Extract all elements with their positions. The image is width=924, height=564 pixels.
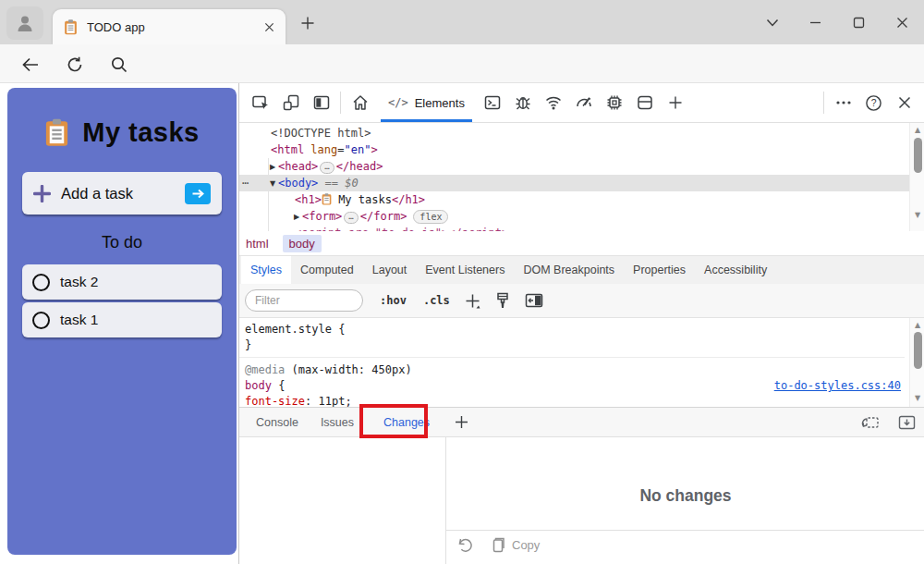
tab-elements[interactable]: </> Elements <box>375 83 478 122</box>
customize-devtools-dots-icon[interactable] <box>828 83 858 122</box>
refresh-icon[interactable] <box>63 55 87 75</box>
dock-drawer-icon[interactable] <box>898 415 916 430</box>
expand-arrow-icon[interactable]: ▶ <box>267 159 278 176</box>
scroll-up-icon[interactable]: ▲ <box>910 321 924 329</box>
dom-scrollbar[interactable]: ▲ ▼ <box>909 123 924 231</box>
dom-line-head[interactable]: ▶<head>…</head> <box>239 158 924 175</box>
scrollbar-thumb[interactable] <box>914 332 922 369</box>
drawer-tab-bar: Console Issues Changes <box>239 407 924 437</box>
help-icon[interactable]: ? <box>858 83 889 122</box>
browser-tab[interactable]: TODO app <box>53 9 286 44</box>
tab-search-chevron-icon[interactable] <box>750 0 794 44</box>
dom-line-script-clipped[interactable]: <script src="to-do.js"></script> <box>239 225 924 231</box>
tab-accessibility[interactable]: Accessibility <box>695 256 776 284</box>
tab-close-icon[interactable] <box>264 22 274 32</box>
dom-line-form[interactable]: ▶<form>…</form>flex <box>239 208 924 225</box>
todo-section-title: To do <box>7 233 237 252</box>
tab-changes[interactable]: Changes <box>372 416 441 429</box>
expand-arrow-icon[interactable]: ▶ <box>291 209 302 226</box>
task-checkbox[interactable] <box>32 274 50 291</box>
console-icon[interactable] <box>478 83 508 122</box>
tab-layout[interactable]: Layout <box>363 256 417 284</box>
tab-dom-breakpoints[interactable]: DOM Breakpoints <box>514 256 624 284</box>
brush-rendering-icon[interactable] <box>495 292 510 310</box>
css-body-rule[interactable]: body { <box>245 378 285 394</box>
dom-line-body-selected[interactable]: ⋯▼<body> == $0 <box>239 175 924 191</box>
task-item[interactable]: task 1 <box>22 302 222 337</box>
maximize-icon[interactable] <box>837 0 881 44</box>
dom-line-html[interactable]: <html lang="en"> <box>239 141 924 158</box>
debugger-bug-icon[interactable] <box>508 83 539 122</box>
new-tab-button[interactable] <box>298 13 318 33</box>
toggle-classes[interactable]: .cls <box>423 294 450 307</box>
copy-icon[interactable] <box>492 537 505 553</box>
back-icon[interactable] <box>18 55 43 75</box>
task-checkbox[interactable] <box>32 312 50 329</box>
application-icon[interactable] <box>630 83 661 122</box>
close-window-icon[interactable] <box>881 0 924 44</box>
tab-console[interactable]: Console <box>245 416 310 429</box>
css-element-style-close[interactable]: } <box>245 337 251 353</box>
home-icon[interactable] <box>345 83 375 122</box>
changes-panel: No changes Copy <box>239 437 924 564</box>
scroll-up-icon[interactable]: ▲ <box>910 126 924 134</box>
crumb-body[interactable]: body <box>283 235 322 252</box>
rule-divider <box>239 357 905 358</box>
memory-chip-icon[interactable] <box>600 83 630 122</box>
styles-scrollbar[interactable]: ▲ ▼ <box>909 318 924 407</box>
tab-event-listeners[interactable]: Event Listeners <box>416 256 514 284</box>
styles-toolbar: :hov .cls <box>239 284 924 318</box>
flex-badge[interactable]: flex <box>413 210 448 224</box>
todo-app-panel: My tasks Add a task To do task 2 <box>7 88 237 555</box>
stylesheet-link[interactable]: to-do-styles.css:40 <box>774 378 901 394</box>
devtools-panel: </> Elements <box>238 83 924 564</box>
network-wifi-icon[interactable] <box>539 83 569 122</box>
search-icon[interactable] <box>107 55 131 75</box>
profile-avatar[interactable] <box>6 6 43 40</box>
more-tools-plus-icon[interactable] <box>661 83 691 122</box>
collapse-arrow-icon[interactable]: ▼ <box>267 176 278 192</box>
submit-task-button[interactable] <box>185 183 211 204</box>
revert-changes-icon[interactable] <box>861 415 880 430</box>
toggle-hover-state[interactable]: :hov <box>380 294 407 307</box>
tab-styles[interactable]: Styles <box>241 256 291 284</box>
performance-icon[interactable] <box>569 83 600 122</box>
tab-computed[interactable]: Computed <box>291 256 363 284</box>
tab-title: TODO app <box>87 20 264 34</box>
css-font-size-declaration[interactable]: font-size: 11pt; <box>245 394 352 407</box>
task-label: task 1 <box>60 312 98 328</box>
undo-icon[interactable] <box>457 537 473 552</box>
active-tab-underline <box>381 119 472 123</box>
tab-properties[interactable]: Properties <box>624 256 695 284</box>
inspect-element-icon[interactable] <box>245 83 275 122</box>
toolbar-divider <box>823 92 824 114</box>
app-header: My tasks <box>7 88 237 148</box>
scroll-down-icon[interactable]: ▼ <box>910 394 924 402</box>
expand-ellipsis-button[interactable]: … <box>320 162 334 174</box>
styles-filter-input[interactable] <box>245 289 363 312</box>
scrollbar-thumb[interactable] <box>914 138 922 173</box>
row-menu-dots-icon[interactable]: ⋯ <box>242 175 249 191</box>
dom-line-doctype[interactable]: <!DOCTYPE html> <box>239 125 924 141</box>
tab-issues[interactable]: Issues <box>310 416 365 429</box>
add-task-input[interactable]: Add a task <box>22 172 222 215</box>
css-media-query[interactable]: @media (max-width: 450px) <box>245 362 412 378</box>
breadcrumb: html body <box>239 231 924 255</box>
minimize-icon[interactable] <box>794 0 837 44</box>
new-style-rule-plus-icon[interactable] <box>465 293 480 309</box>
browser-window: TODO app <box>0 0 924 564</box>
more-drawer-tabs-plus-icon[interactable] <box>446 403 477 442</box>
add-task-label: Add a task <box>61 185 185 202</box>
copy-button-label[interactable]: Copy <box>512 538 540 552</box>
task-item[interactable]: task 2 <box>22 264 222 300</box>
device-emulation-icon[interactable] <box>275 83 306 122</box>
dom-line-h1[interactable]: <h1> My tasks</h1> <box>239 191 924 208</box>
scroll-down-icon[interactable]: ▼ <box>910 211 924 219</box>
css-element-style[interactable]: element.style { <box>245 322 345 337</box>
clipboard-mini-icon <box>322 193 332 205</box>
toggle-styles-sidebar-icon[interactable] <box>525 293 543 308</box>
expand-ellipsis-button[interactable]: … <box>344 212 358 224</box>
close-devtools-icon[interactable] <box>889 83 919 122</box>
crumb-html[interactable]: html <box>239 235 275 252</box>
dock-side-icon[interactable] <box>306 83 336 122</box>
